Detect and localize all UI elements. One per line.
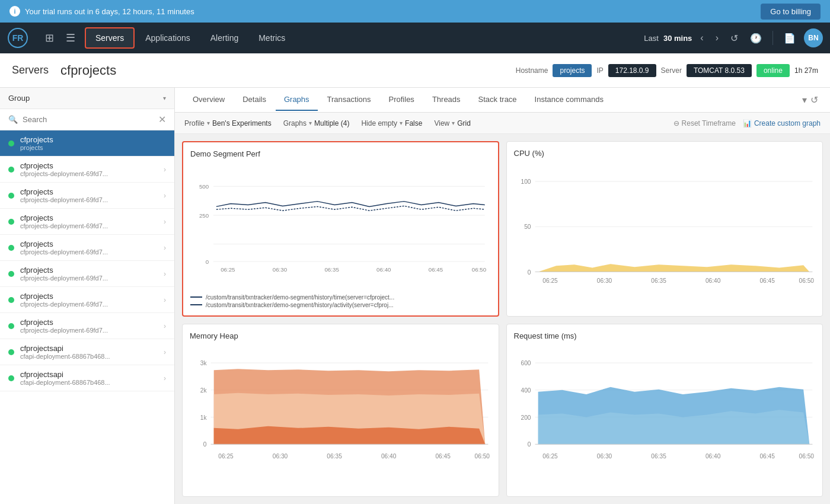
view-filter[interactable]: View ▾ Grid <box>434 119 470 127</box>
tab-details[interactable]: Details <box>234 89 274 111</box>
tab-graphs[interactable]: Graphs <box>276 89 318 111</box>
svg-text:06:40: 06:40 <box>705 453 720 460</box>
sidebar-item[interactable]: cfprojects cfprojects-deployment-69fd7..… <box>0 209 174 235</box>
sidebar-item[interactable]: cfprojectsapi cfapi-deployment-68867b468… <box>0 339 174 365</box>
view-label: View <box>434 119 449 127</box>
chevron-right-icon: › <box>164 165 166 174</box>
tab-refresh-button[interactable]: ↺ <box>808 94 821 106</box>
svg-text:06:30: 06:30 <box>273 453 288 460</box>
cpu-chart: CPU (%) 100 50 0 06:25 06:30 0 <box>506 141 823 317</box>
nav-alerting[interactable]: Alerting <box>201 28 248 47</box>
sidebar-item-name: cfprojects <box>20 187 161 196</box>
legend-item-1: /custom/transit/txntracker/demo-segment/… <box>190 294 491 301</box>
nav-applications[interactable]: Applications <box>136 28 200 47</box>
sidebar-item-sub: cfprojects-deployment-69fd7... <box>20 170 161 177</box>
nav-servers[interactable]: Servers <box>85 27 135 49</box>
sidebar-item[interactable]: cfprojects cfprojects-deployment-69fd7..… <box>0 261 174 287</box>
svg-text:0: 0 <box>527 269 531 276</box>
sidebar-item-sub: cfprojects-deployment-69fd7... <box>20 222 161 229</box>
cpu-title: CPU (%) <box>514 149 816 158</box>
ip-label: IP <box>596 66 603 75</box>
status-dot <box>8 245 14 251</box>
status-dot <box>8 193 14 199</box>
sidebar-item-sub: cfapi-deployment-68867b468... <box>20 353 161 360</box>
nav-clock-button[interactable]: 🕐 <box>746 30 765 46</box>
hide-empty-label: Hide empty <box>361 119 397 127</box>
search-input[interactable] <box>23 115 154 124</box>
sidebar-item-sub: cfprojects-deployment-69fd7... <box>20 301 161 308</box>
sidebar-item-name: cfprojects <box>20 161 161 170</box>
svg-text:2k: 2k <box>200 387 208 394</box>
nav-metrics[interactable]: Metrics <box>249 28 295 47</box>
sidebar-item-name: cfprojects <box>20 213 161 222</box>
sidebar-item-name: cfprojects <box>20 240 161 248</box>
sidebar-item[interactable]: cfprojects cfprojects-deployment-69fd7..… <box>0 183 174 209</box>
create-custom-graph-button[interactable]: 📊 Create custom graph <box>743 119 821 127</box>
request-time-chart-area: 600 400 200 0 06:25 06:30 06:35 06:40 06… <box>514 345 816 489</box>
sidebar-item[interactable]: cfprojects cfprojects-deployment-69fd7..… <box>0 313 174 339</box>
svg-text:0: 0 <box>203 441 207 448</box>
svg-text:500: 500 <box>199 183 209 190</box>
svg-text:06:40: 06:40 <box>705 277 720 284</box>
sidebar-item-name: cfprojectsapi <box>20 370 161 379</box>
sidebar-item[interactable]: cfprojects cfprojects-deployment-69fd7..… <box>0 157 174 183</box>
svg-text:06:50: 06:50 <box>799 453 814 460</box>
tab-transactions[interactable]: Transactions <box>319 89 379 111</box>
reset-timeframe-button[interactable]: ⊖ Reset Timeframe <box>673 119 736 127</box>
tab-profiles[interactable]: Profiles <box>381 89 423 111</box>
chevron-right-icon: › <box>164 296 166 304</box>
profile-filter[interactable]: Profile ▾ Ben's Experiments <box>184 119 272 127</box>
svg-text:06:30: 06:30 <box>273 266 288 273</box>
server-value: TOMCAT 8.0.53 <box>687 64 752 77</box>
chevron-right-icon: › <box>164 218 166 226</box>
tab-threads[interactable]: Threads <box>424 89 469 111</box>
clear-search-button[interactable]: ✕ <box>158 114 166 125</box>
reset-icon: ⊖ <box>673 119 679 127</box>
demo-segment-chart: Demo Segment Perf 500 250 0 06:25 <box>182 141 499 317</box>
cpu-chart-area: 100 50 0 06:25 06:30 06:35 06:40 06:45 0… <box>514 162 816 309</box>
messages-icon-button[interactable]: ☰ <box>61 27 80 49</box>
server-tags: Hostname projects IP 172.18.0.9 Server T… <box>516 64 818 77</box>
nav-next-button[interactable]: › <box>712 30 722 46</box>
graphs-filter[interactable]: Graphs ▾ Multiple (4) <box>283 119 350 127</box>
svg-text:200: 200 <box>521 414 531 421</box>
demo-segment-title: Demo Segment Perf <box>190 149 491 158</box>
tab-more-button[interactable]: ▾ <box>802 94 807 106</box>
hide-empty-value: False <box>405 119 422 127</box>
graphs-label: Graphs <box>283 119 307 127</box>
nav-document-button[interactable]: 📄 <box>780 30 799 46</box>
tab-stack-trace[interactable]: Stack trace <box>470 89 525 111</box>
chevron-right-icon: › <box>164 270 166 278</box>
sidebar-item[interactable]: cfprojectsapi cfapi-deployment-68867b468… <box>0 365 174 391</box>
sidebar-item-name: cfprojects <box>20 135 166 144</box>
svg-text:06:25: 06:25 <box>542 277 558 284</box>
tab-instance-commands[interactable]: Instance commands <box>526 89 612 111</box>
svg-text:06:40: 06:40 <box>381 453 397 460</box>
hide-empty-filter[interactable]: Hide empty ▾ False <box>361 119 422 127</box>
server-header: Servers cfprojects Hostname projects IP … <box>0 53 830 88</box>
time-value: 30 mins <box>663 34 692 43</box>
sidebar-item[interactable]: cfprojects cfprojects-deployment-69fd7..… <box>0 287 174 313</box>
svg-text:50: 50 <box>524 224 531 230</box>
dashboard-icon-button[interactable]: ⊞ <box>40 27 59 49</box>
avatar[interactable]: BN <box>804 28 823 47</box>
sidebar: Group ▾ 🔍 ✕ cfprojects projects cfprojec… <box>0 88 175 504</box>
group-chevron-icon[interactable]: ▾ <box>163 95 166 101</box>
status-dot <box>8 349 14 355</box>
profile-arrow-icon: ▾ <box>207 120 210 126</box>
sidebar-list: cfprojects projects cfprojects cfproject… <box>0 130 174 504</box>
svg-text:06:45: 06:45 <box>759 453 775 460</box>
server-name: cfprojects <box>60 63 516 78</box>
nav-prev-button[interactable]: ‹ <box>697 30 707 46</box>
tab-overview[interactable]: Overview <box>184 89 233 111</box>
sidebar-item[interactable]: cfprojects projects <box>0 130 174 157</box>
svg-text:06:35: 06:35 <box>651 277 666 284</box>
demo-segment-svg: 500 250 0 06:25 06:30 06:35 06:40 06:45 … <box>190 163 491 291</box>
nav-refresh-button[interactable]: ↺ <box>727 30 742 46</box>
logo: FR <box>7 27 28 49</box>
go-billing-button[interactable]: Go to billing <box>761 4 821 20</box>
svg-text:06:35: 06:35 <box>324 266 339 273</box>
sidebar-item[interactable]: cfprojects cfprojects-deployment-69fd7..… <box>0 235 174 261</box>
status-dot <box>8 323 14 329</box>
hostname-value[interactable]: projects <box>553 64 592 77</box>
